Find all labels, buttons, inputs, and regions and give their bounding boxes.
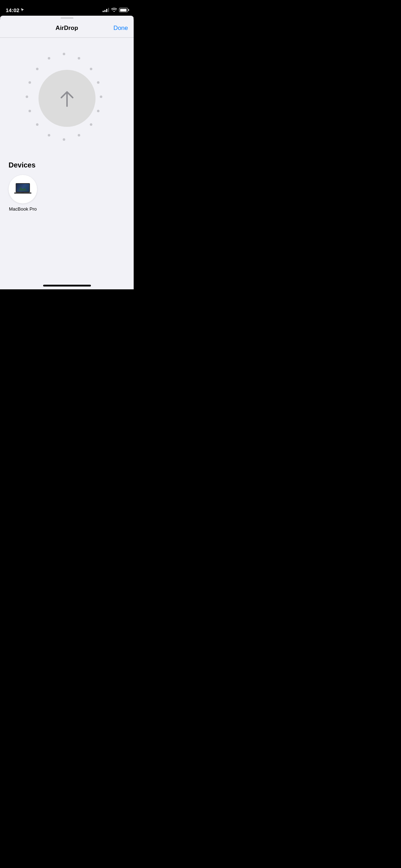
sheet-handle-area bbox=[0, 16, 134, 19]
ring-dot bbox=[29, 110, 31, 112]
device-name: MacBook Pro bbox=[9, 206, 37, 212]
macbook-icon bbox=[14, 183, 32, 196]
ring-dot bbox=[36, 68, 38, 70]
upload-arrow-icon bbox=[57, 86, 77, 110]
ring-dot bbox=[90, 68, 92, 70]
ring-dot bbox=[48, 57, 50, 60]
ring-dot bbox=[48, 134, 50, 136]
battery-fill bbox=[120, 9, 127, 11]
status-bar: 14:02 bbox=[0, 0, 134, 16]
location-icon bbox=[21, 8, 25, 12]
ring-dot bbox=[97, 110, 99, 112]
ring-dot bbox=[78, 57, 80, 60]
ring-dot bbox=[78, 134, 80, 136]
ring-dot bbox=[63, 138, 65, 141]
ring-dot bbox=[36, 123, 38, 126]
battery-icon bbox=[119, 8, 128, 12]
airdrop-sheet: AirDrop Done bbox=[0, 16, 134, 289]
signal-bars bbox=[103, 8, 109, 12]
svg-rect-5 bbox=[21, 192, 24, 193]
ring-dot bbox=[100, 95, 102, 98]
status-time: 14:02 bbox=[6, 7, 25, 13]
upload-circle bbox=[38, 70, 96, 127]
signal-bar-4 bbox=[108, 8, 109, 12]
content-area: Devices bbox=[0, 38, 134, 289]
ring-dot bbox=[90, 123, 92, 126]
devices-section: Devices bbox=[0, 155, 134, 212]
status-right-icons bbox=[103, 7, 128, 13]
ring-dot bbox=[63, 53, 65, 55]
signal-bar-2 bbox=[104, 10, 106, 12]
signal-bar-1 bbox=[103, 11, 104, 12]
nav-title: AirDrop bbox=[56, 25, 78, 32]
svg-rect-6 bbox=[14, 193, 31, 194]
signal-bar-3 bbox=[106, 9, 107, 12]
ring-dot bbox=[26, 95, 28, 98]
ring-dot bbox=[97, 81, 99, 84]
dots-ring bbox=[21, 52, 113, 145]
devices-section-title: Devices bbox=[9, 161, 125, 169]
airdrop-animation bbox=[0, 38, 134, 155]
ring-dot bbox=[29, 81, 31, 84]
home-indicator bbox=[43, 285, 91, 286]
navigation-bar: AirDrop Done bbox=[0, 19, 134, 38]
time-display: 14:02 bbox=[6, 7, 19, 13]
wifi-icon bbox=[111, 7, 117, 13]
home-indicator-area bbox=[43, 285, 91, 286]
devices-list: MacBook Pro bbox=[9, 175, 125, 212]
device-item-macbook[interactable]: MacBook Pro bbox=[9, 175, 37, 212]
device-icon-circle bbox=[9, 175, 37, 203]
done-button[interactable]: Done bbox=[113, 25, 128, 32]
